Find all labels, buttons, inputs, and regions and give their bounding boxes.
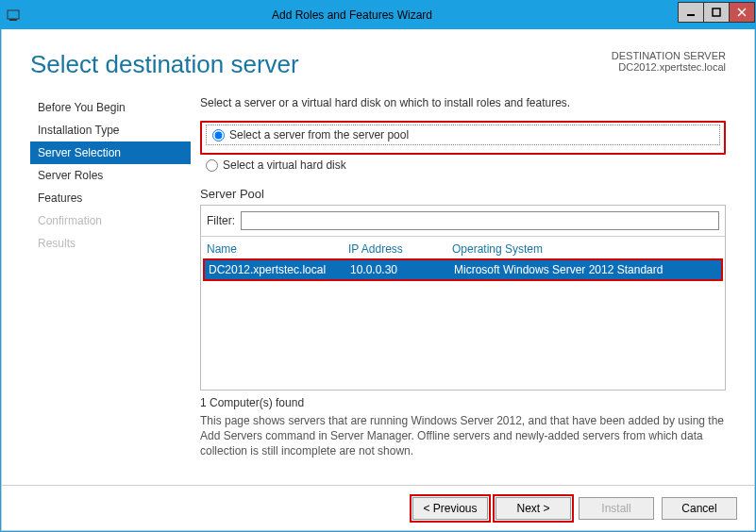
maximize-button[interactable] <box>703 2 730 23</box>
col-header-os[interactable]: Operating System <box>452 242 719 256</box>
cancel-button[interactable]: Cancel <box>662 497 737 520</box>
install-button: Install <box>579 497 654 520</box>
sidebar-item-installation-type[interactable]: Installation Type <box>30 119 191 141</box>
col-header-name[interactable]: Name <box>207 242 348 256</box>
svg-rect-0 <box>8 10 19 19</box>
destination-label: DESTINATION SERVER <box>612 50 726 61</box>
table-body-highlighted: DC2012.xpertstec.local 10.0.0.30 Microso… <box>203 258 723 281</box>
radio-virtual-disk-input[interactable] <box>206 159 218 172</box>
cell-name: DC2012.xpertstec.local <box>209 263 350 276</box>
table-header: Name IP Address Operating System <box>201 237 725 258</box>
sidebar-item-before-you-begin[interactable]: Before You Begin <box>30 96 191 119</box>
col-header-ip[interactable]: IP Address <box>348 242 452 256</box>
wizard-window: Add Roles and Features Wizard Select des… <box>0 0 756 532</box>
sidebar-item-results: Results <box>30 232 191 255</box>
window-controls <box>679 2 755 25</box>
wizard-sidebar: Before You Begin Installation Type Serve… <box>30 96 191 459</box>
previous-button[interactable]: < Previous <box>412 497 488 520</box>
page-title: Select destination server <box>30 50 299 79</box>
help-text: This page shows servers that are running… <box>200 413 726 459</box>
computers-found-text: 1 Computer(s) found <box>200 396 726 409</box>
minimize-button[interactable] <box>678 2 704 23</box>
app-icon <box>1 1 25 29</box>
next-button[interactable]: Next > <box>496 497 571 520</box>
window-title: Add Roles and Features Wizard <box>25 8 679 22</box>
sidebar-item-confirmation: Confirmation <box>30 209 191 232</box>
titlebar[interactable]: Add Roles and Features Wizard <box>1 1 755 29</box>
filter-label: Filter: <box>207 214 235 227</box>
radio-server-pool-input[interactable] <box>212 129 225 141</box>
sidebar-item-features[interactable]: Features <box>30 187 191 209</box>
cell-ip: 10.0.0.30 <box>350 263 454 276</box>
svg-rect-3 <box>713 8 720 16</box>
sidebar-item-server-roles[interactable]: Server Roles <box>30 164 191 187</box>
content-area: Select destination server DESTINATION SE… <box>1 29 755 531</box>
destination-value: DC2012.xpertstec.local <box>612 61 726 73</box>
sidebar-item-server-selection[interactable]: Server Selection <box>30 141 191 164</box>
server-pool-box: Filter: Name IP Address Operating System… <box>200 205 726 391</box>
cell-os: Microsoft Windows Server 2012 Standard <box>454 263 717 276</box>
instruction-text: Select a server or a virtual hard disk o… <box>200 96 726 109</box>
radio-virtual-disk[interactable]: Select a virtual hard disk <box>206 157 720 174</box>
filter-input[interactable] <box>241 211 719 230</box>
radio-server-pool[interactable]: Select a server from the server pool <box>212 126 714 143</box>
table-row[interactable]: DC2012.xpertstec.local 10.0.0.30 Microso… <box>205 260 721 279</box>
table-empty-space <box>201 281 725 390</box>
radio-group-highlighted: Select a server from the server pool <box>200 121 726 155</box>
server-pool-label: Server Pool <box>200 187 726 201</box>
destination-info: DESTINATION SERVER DC2012.xpertstec.loca… <box>612 50 726 79</box>
footer-buttons: < Previous Next > Install Cancel <box>2 485 754 530</box>
radio-virtual-disk-label: Select a virtual hard disk <box>223 158 346 172</box>
svg-rect-1 <box>9 19 17 21</box>
close-button[interactable] <box>729 2 755 23</box>
radio-server-pool-label: Select a server from the server pool <box>229 128 409 141</box>
main-panel: Select a server or a virtual hard disk o… <box>191 96 726 459</box>
